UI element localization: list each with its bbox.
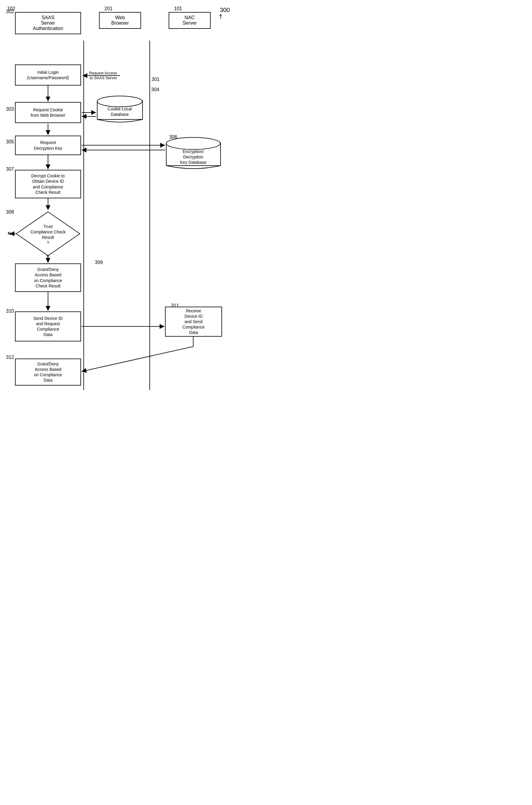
vline-saas-web — [83, 40, 84, 390]
ref-312: 312 — [6, 354, 14, 360]
ref-305: 305 — [6, 139, 14, 145]
col-header-nac: NAC Server — [169, 12, 211, 29]
initial-login-box: Initial Login(Username/Password) — [15, 64, 81, 85]
receive-device-id-box: ReceiveDevice IDand SendComplianceData — [165, 307, 222, 337]
col-header-saas: SAAS Server Authentication — [15, 12, 81, 34]
svg-text:Key Database: Key Database — [180, 160, 206, 165]
svg-text:Encryption/: Encryption/ — [183, 149, 204, 154]
diamond-n-label: N — [8, 231, 11, 236]
ref-304: 304 — [151, 87, 159, 92]
svg-text:Compliance Check: Compliance Check — [30, 230, 66, 234]
svg-text:Cookie Local: Cookie Local — [108, 107, 132, 111]
ref-307: 307 — [6, 167, 14, 172]
svg-point-10 — [166, 137, 220, 149]
svg-text:Request Access: Request Access — [89, 71, 117, 75]
vline-web-nac — [149, 40, 150, 390]
ref-101: 101 — [174, 6, 182, 12]
svg-point-6 — [97, 96, 142, 107]
request-cookie-box: Request Cookiefrom Web Browser — [15, 102, 81, 123]
arrows-overlay: Request Access to SAAS Server 301 — [0, 0, 228, 402]
decrypt-cookie-box: Decrypt Cookie toObtain Device IDand Com… — [15, 170, 81, 198]
ref-201: 201 — [104, 6, 113, 12]
ref-302: 302 — [6, 9, 14, 14]
ref-309: 309 — [95, 260, 103, 265]
svg-text:Result: Result — [42, 235, 54, 240]
svg-text:Trust: Trust — [43, 224, 53, 229]
ref-303: 303 — [6, 107, 14, 112]
col-header-web: Web Browser — [99, 12, 141, 29]
svg-line-32 — [82, 347, 193, 371]
diagram-container: FIG. 3 300 ↙ 102 SAAS Server Authenticat… — [0, 0, 266, 390]
svg-text:?: ? — [47, 240, 49, 245]
cookie-db-cylinder: Cookie Local Database — [97, 95, 143, 123]
trust-diamond: Trust Compliance Check Result ? — [15, 211, 81, 257]
svg-text:to SAAS Server: to SAAS Server — [90, 76, 117, 80]
enc-dec-db-cylinder: Encryption/ Decryption Key Database — [166, 137, 221, 171]
svg-text:301: 301 — [152, 77, 159, 82]
request-decryption-box: RequestDecryption Key — [15, 136, 81, 155]
ref-300-arrow: ↙ — [216, 12, 225, 21]
svg-text:Database: Database — [111, 112, 129, 117]
grant-deny-2-box: Grant/DenyAccess Basedon ComplianceData — [15, 359, 81, 386]
ref-308: 308 — [6, 209, 14, 215]
ref-310: 310 — [6, 308, 14, 314]
send-device-id-box: Send Device IDand RequestComplianceData — [15, 311, 81, 342]
svg-text:Decryption: Decryption — [183, 154, 204, 159]
grant-deny-1-box: Grant/DenyAccess Basedon ComplianceCheck… — [15, 264, 81, 292]
